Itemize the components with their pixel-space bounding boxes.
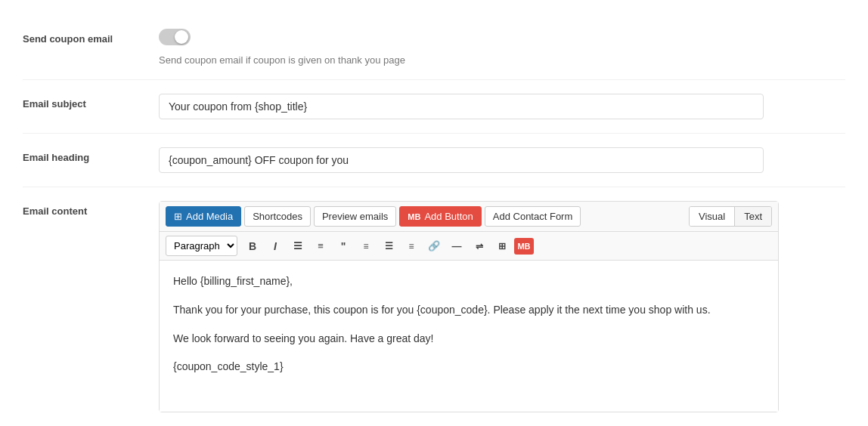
mb-format-button[interactable]: MB [514,238,534,255]
paragraph-select[interactable]: Paragraph [166,236,237,256]
align-left-button[interactable]: ≡ [355,236,377,256]
email-heading-label: Email heading [23,147,159,163]
editor-top-bar: ⊞ Add Media Shortcodes Preview emails MB… [160,202,778,232]
text-mode-button[interactable]: Text [735,207,771,226]
blockquote-button[interactable]: " [333,236,354,256]
send-coupon-label: Send coupon email [23,29,159,45]
editor-content-area[interactable]: Hello {billing_first_name}, Thank you fo… [160,261,778,412]
send-coupon-toggle[interactable] [159,29,191,45]
email-subject-row: Email subject [23,80,845,134]
add-media-icon: ⊞ [174,211,182,222]
ordered-list-button[interactable]: ≡ [310,236,331,256]
add-button-button[interactable]: MB Add Button [399,206,481,227]
email-heading-row: Email heading [23,134,845,187]
add-contact-form-button[interactable]: Add Contact Form [485,206,581,227]
special-chars-button[interactable]: ⇌ [469,236,490,256]
visual-mode-button[interactable]: Visual [690,207,735,226]
bold-button[interactable]: B [242,236,263,256]
format-toolbar: Paragraph B I ☰ ≡ " ≡ ☰ ≡ 🔗 — ⇌ ⊞ MB [160,232,778,261]
email-subject-input[interactable] [159,94,764,119]
email-content-wrapper: ⊞ Add Media Shortcodes Preview emails MB… [159,201,845,412]
align-right-button[interactable]: ≡ [401,236,422,256]
preview-emails-button[interactable]: Preview emails [314,206,396,227]
send-coupon-row: Send coupon email Send coupon email if c… [23,15,845,80]
unordered-list-button[interactable]: ☰ [287,236,308,256]
content-line-3: We look forward to seeing you again. Hav… [173,330,764,348]
shortcodes-button[interactable]: Shortcodes [244,206,311,227]
email-subject-label: Email subject [23,94,159,110]
email-heading-input[interactable] [159,147,764,173]
send-coupon-description: Send coupon email if coupon is given on … [159,54,845,66]
link-button[interactable]: 🔗 [423,236,445,256]
italic-button[interactable]: I [265,236,286,256]
horizontal-rule-button[interactable]: — [446,236,467,256]
visual-text-toggle: Visual Text [689,206,772,227]
send-coupon-content: Send coupon email if coupon is given on … [159,29,845,66]
content-line-4: {coupon_code_style_1} [173,358,764,376]
toggle-wrapper: Send coupon email if coupon is given on … [159,29,845,66]
content-line-2: Thank you for your purchase, this coupon… [173,301,764,320]
table-button[interactable]: ⊞ [491,236,513,256]
email-heading-content [159,147,845,173]
mb-icon-small: MB [408,212,420,221]
align-center-button[interactable]: ☰ [378,236,399,256]
editor-wrapper: ⊞ Add Media Shortcodes Preview emails MB… [159,201,779,412]
email-subject-content [159,94,845,119]
email-content-row: Email content ⊞ Add Media Shortcodes Pre… [23,187,845,426]
add-media-button[interactable]: ⊞ Add Media [166,206,241,227]
email-content-label: Email content [23,201,159,217]
content-line-1: Hello {billing_first_name}, [173,273,764,291]
